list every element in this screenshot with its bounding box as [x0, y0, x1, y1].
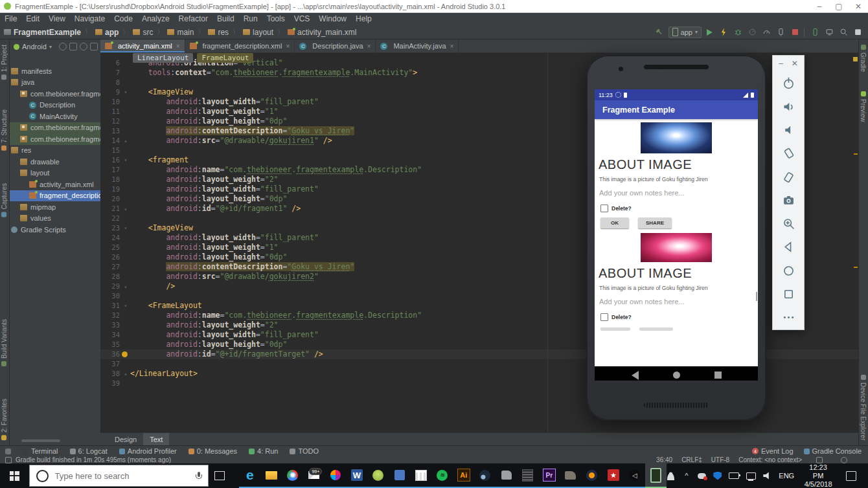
taskbar-app-wunderlist[interactable]: ★ [602, 463, 624, 488]
scroll-to-source-icon[interactable] [69, 43, 77, 50]
toolwindow-terminal[interactable]: Terminal [23, 447, 58, 455]
toolwindow-4-run[interactable]: 4: Run [249, 447, 278, 455]
breadcrumb-res[interactable]: res [208, 28, 229, 37]
menu-navigate[interactable]: Navigate [70, 13, 109, 25]
stripe-item-2-favorites[interactable]: 2: Favorites [1, 399, 8, 440]
breadcrumb-layout[interactable]: layout [243, 28, 273, 37]
taskbar-app-game-2[interactable] [560, 463, 581, 488]
toolwindow-0-messages[interactable]: 0: Messages [188, 447, 237, 455]
menu-edit[interactable]: Edit [21, 13, 44, 25]
gradle-daemon-icon[interactable] [841, 457, 847, 463]
breadcrumb-fragmentexample[interactable]: FragmentExample [4, 28, 81, 37]
stripe-item-device-file-explorer[interactable]: Device File Explorer [860, 375, 867, 440]
close-tab-icon[interactable]: × [450, 43, 454, 50]
taskbar-app-paint[interactable] [325, 463, 346, 488]
notes-input-1[interactable]: Add your own notes here... [599, 189, 758, 197]
tray-people-icon[interactable] [667, 472, 675, 480]
run-config-selector[interactable]: app▾ [668, 27, 702, 38]
menu-help[interactable]: Help [351, 13, 376, 25]
emulator-close-button[interactable]: ✕ [792, 59, 798, 68]
emulator-volume-up-button[interactable] [772, 94, 805, 118]
status-message[interactable]: Gradle build finished in 1m 20s 495ms (m… [16, 456, 171, 463]
emulator-volume-down-button[interactable] [772, 118, 805, 141]
close-tab-icon[interactable]: × [367, 43, 371, 50]
menu-analyze[interactable]: Analyze [137, 13, 174, 25]
tree-item-drawable[interactable]: drawable [10, 156, 100, 168]
menu-build[interactable]: Build [212, 13, 239, 25]
taskbar-app-unity[interactable]: ◁ [624, 463, 645, 488]
notes-input-2[interactable]: Add your own notes here... [599, 298, 758, 305]
emulator-home-button[interactable] [772, 259, 805, 282]
tree-item-com-thebioneer-fragmentexample[interactable]: com.thebioneer.fragmentexample [10, 88, 100, 100]
tab-mainactivity-java[interactable]: CMainActivity.java× [376, 39, 459, 52]
taskbar-app-premiere[interactable]: Pr [538, 463, 560, 488]
tab-description-java[interactable]: CDescription.java× [295, 39, 376, 52]
stripe-item-build-variants[interactable]: Build Variants [1, 319, 8, 366]
tree-item-description[interactable]: CDescription [10, 100, 100, 111]
toolwindow-6-logcat[interactable]: 6: Logcat [70, 447, 108, 455]
menu-vcs[interactable]: VCS [290, 13, 315, 25]
tree-item-fragment-description-xml[interactable]: fragment_description.xml [10, 190, 100, 202]
taskbar-app-file-explorer[interactable] [260, 463, 282, 488]
task-view-button[interactable] [209, 471, 230, 480]
tray-defender-icon[interactable] [713, 472, 722, 480]
emulator-back-button[interactable] [772, 236, 805, 259]
maximize-button[interactable]: ▢ [829, 0, 849, 13]
hide-panel-icon[interactable] [90, 43, 98, 50]
tree-item-com-thebioneer-fragmentexample[interactable]: com.thebioneer.fragmentexample [10, 122, 100, 134]
emulator-overview-button[interactable] [772, 282, 805, 305]
line-ending-selector[interactable]: CRLF‡ [681, 456, 702, 463]
tray-volume-icon[interactable] [763, 472, 771, 480]
tree-item-manifests[interactable]: manifests [10, 65, 100, 77]
chip-linearlayout[interactable]: LinearLayout [133, 53, 193, 63]
menu-refactor[interactable]: Refactor [174, 13, 212, 25]
taskbar-app-illustrator[interactable]: Ai [453, 463, 474, 488]
toolbar-layout-inspector-button[interactable] [851, 27, 864, 38]
menu-run[interactable]: Run [239, 13, 262, 25]
delete-checkbox-2[interactable]: Delete? [600, 313, 758, 321]
toolbar-search-everywhere-button[interactable] [837, 27, 850, 38]
toolbar-avd-manager-button[interactable] [808, 27, 821, 38]
close-tab-icon[interactable]: × [176, 43, 180, 50]
toolwindow-android-profiler[interactable]: Android Profiler [119, 447, 177, 455]
recents-nav-icon[interactable] [714, 372, 722, 379]
toolbar-device-manager-button[interactable] [823, 27, 836, 38]
minimize-button[interactable]: – [810, 0, 829, 13]
breadcrumb-src[interactable]: src [133, 28, 153, 37]
taskbar-app-calculator[interactable] [517, 463, 538, 488]
taskbar-app-game-1[interactable] [496, 463, 517, 488]
tree-item-values[interactable]: values [10, 213, 100, 225]
toolbar-attach-debugger-button[interactable] [774, 27, 787, 38]
toolwindow-event-log[interactable]: 4Event Log [752, 447, 794, 455]
taskbar-app-media[interactable] [581, 463, 602, 488]
search-input[interactable] [54, 471, 196, 482]
taskbar-app-android-studio[interactable] [367, 463, 389, 488]
emulator-screenshot-button[interactable] [772, 188, 805, 212]
emulator-zoom-button[interactable] [772, 212, 805, 236]
stripe-item-preview[interactable]: Preview [860, 91, 867, 122]
toolwindow-gradle-console[interactable]: Gradle Console [804, 447, 862, 455]
chip-framelayout[interactable]: FrameLayout [197, 53, 253, 63]
tree-item-gradle-scripts[interactable]: Gradle Scripts [10, 224, 100, 236]
taskbar-app-calendar[interactable] [410, 463, 431, 488]
menu-window[interactable]: Window [314, 13, 351, 25]
taskbar-app-word[interactable]: W [346, 463, 367, 488]
collapse-all-icon[interactable] [59, 43, 67, 50]
breadcrumb-app[interactable]: app [95, 28, 119, 37]
intention-bulb-icon[interactable] [122, 351, 128, 357]
microphone-icon[interactable] [196, 472, 201, 480]
context-selector[interactable]: Context: <no context> [738, 456, 802, 463]
tree-item-mainactivity[interactable]: CMainActivity [10, 111, 100, 122]
close-button[interactable]: ✕ [849, 0, 868, 13]
close-tab-icon[interactable]: × [286, 43, 290, 50]
stripe-item-7-structure[interactable]: 7: Structure [1, 109, 8, 151]
tray-battery-icon[interactable] [729, 472, 739, 479]
emulator-more-button[interactable] [772, 306, 805, 329]
toolbar-debug-button[interactable] [731, 27, 744, 38]
emulator-rotate-left-button[interactable] [772, 142, 805, 165]
taskbar-clock[interactable]: 12:23 PM 4/5/2018 [804, 463, 832, 488]
language-indicator[interactable]: ENG [779, 472, 794, 480]
taskbar-app-chrome[interactable] [282, 463, 303, 488]
menu-code[interactable]: Code [109, 13, 137, 25]
tree-item-mipmap[interactable]: mipmap [10, 201, 100, 213]
